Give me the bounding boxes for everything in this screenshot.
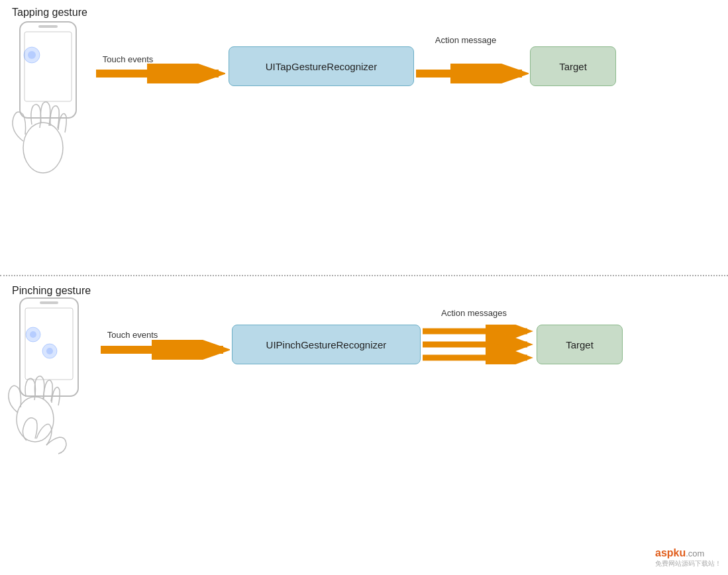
phone-top-illustration	[7, 19, 93, 191]
svg-rect-13	[40, 301, 58, 304]
svg-point-5	[28, 51, 36, 59]
top-target-box: Target	[530, 46, 616, 86]
bottom-action-label: Action messages	[429, 308, 519, 318]
watermark-com: .com	[686, 549, 704, 558]
watermark-sub: 免费网站源码下载站！	[655, 559, 721, 568]
phone-bottom-illustration	[7, 295, 99, 480]
watermark-asp: asp	[655, 547, 674, 558]
top-touch-label: Touch events	[98, 54, 158, 64]
bottom-touch-label: Touch events	[103, 330, 162, 340]
svg-rect-2	[38, 25, 58, 28]
top-action-label: Action message	[423, 35, 509, 45]
svg-rect-1	[25, 32, 72, 101]
top-recognizer-box: UITapGestureRecognizer	[229, 46, 414, 86]
watermark-ku: ku	[674, 547, 686, 558]
tapping-title: Tapping gesture	[12, 7, 87, 19]
svg-point-17	[46, 348, 53, 354]
svg-point-6	[23, 123, 63, 173]
watermark: aspku.com 免费网站源码下载站！	[655, 547, 721, 568]
svg-point-15	[30, 331, 36, 338]
top-arrow-2	[416, 64, 529, 83]
section-divider	[0, 275, 728, 276]
bottom-arrows-multi	[423, 325, 535, 364]
bottom-arrow-1	[101, 340, 230, 360]
top-arrow-1	[96, 64, 225, 83]
bottom-recognizer-box: UIPinchGestureRecognizer	[232, 325, 421, 364]
bottom-target-box: Target	[537, 325, 623, 364]
page: Tapping gesture Touch events	[0, 0, 728, 575]
